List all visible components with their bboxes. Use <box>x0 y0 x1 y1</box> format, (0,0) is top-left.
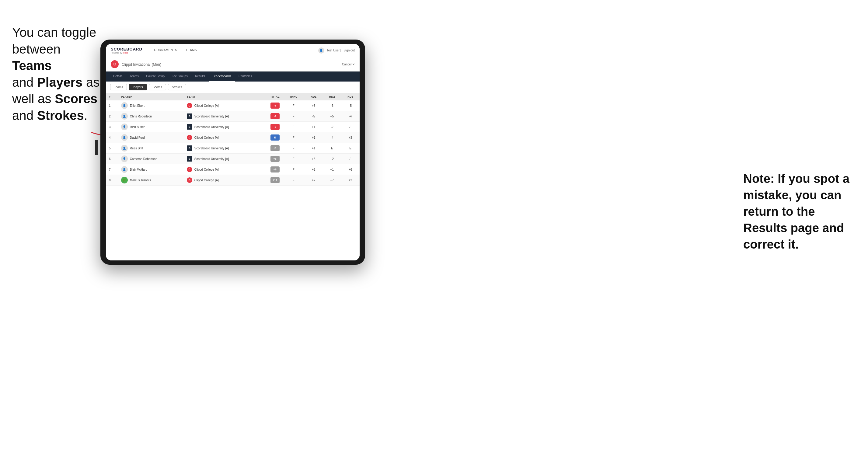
note-label: Note: If you spot a mistake, you can ret… <box>743 172 849 251</box>
toggle-teams-button[interactable]: Teams <box>110 84 127 90</box>
cell-team: CClippd College [A] <box>184 175 258 186</box>
cell-thru: F <box>283 122 305 132</box>
col-rank: # <box>106 93 118 100</box>
player-avatar: 👤 <box>121 155 128 162</box>
player-name: Blair McHarg <box>130 168 148 171</box>
cell-player: 👤Cameron Robertson <box>118 154 184 164</box>
cell-thru: F <box>283 132 305 143</box>
cell-thru: F <box>283 154 305 164</box>
tab-teams[interactable]: Teams <box>126 71 143 82</box>
cell-rd3: +6 <box>341 164 360 175</box>
team-logo: C <box>187 177 192 183</box>
cell-team: SScoreboard University [A] <box>184 154 258 164</box>
player-avatar: 👤 <box>121 134 128 141</box>
cell-rd2: +5 <box>323 111 341 122</box>
cell-rd1: +2 <box>305 175 323 186</box>
user-avatar-icon: 👤 <box>318 48 324 54</box>
toggle-scores-button[interactable]: Scores <box>149 84 166 90</box>
logo-text: SCOREBOARD <box>111 47 143 52</box>
leaderboard-table-container: # PLAYER TEAM TOTAL THRU RD1 RD2 RD3 1👤E… <box>106 93 360 260</box>
cell-thru: F <box>283 143 305 154</box>
right-annotation: Note: If you spot a mistake, you can ret… <box>743 170 859 252</box>
nav-links: TOURNAMENTS TEAMS <box>148 44 318 57</box>
table-row: 3👤Rich ButlerSScoreboard University [A]-… <box>106 122 360 132</box>
player-avatar: 👤 <box>121 113 128 120</box>
cell-rd2: E <box>323 143 341 154</box>
col-thru: THRU <box>283 93 305 100</box>
tournament-gender: (Men) <box>152 62 161 67</box>
nav-tournaments[interactable]: TOURNAMENTS <box>148 44 182 57</box>
cancel-button[interactable]: Cancel ✕ <box>342 63 355 66</box>
tab-leaderboards[interactable]: Leaderboards <box>209 71 235 82</box>
toggle-strokes-button[interactable]: Strokes <box>168 84 186 90</box>
player-avatar: 🌿 <box>121 177 128 183</box>
user-name: Test User | <box>327 49 341 52</box>
player-name: Chris Robertson <box>130 115 152 118</box>
sign-out-link[interactable]: Sign out <box>343 49 355 52</box>
toggle-bar: Teams Players Scores Strokes <box>106 82 360 93</box>
cell-thru: F <box>283 175 305 186</box>
tab-printables[interactable]: Printables <box>235 71 255 82</box>
cell-rank: 8 <box>106 175 118 186</box>
cell-player: 👤Blair McHarg <box>118 164 184 175</box>
scoreboard-logo: SCOREBOARD Powered by clippd <box>111 47 143 54</box>
team-logo: S <box>187 114 192 119</box>
cell-total: +11 <box>258 175 283 186</box>
cell-rank: 4 <box>106 132 118 143</box>
col-total: TOTAL <box>258 93 283 100</box>
cell-team: SScoreboard University [A] <box>184 143 258 154</box>
tab-results[interactable]: Results <box>191 71 209 82</box>
team-name: Clippd College [A] <box>194 179 219 182</box>
tab-course-setup[interactable]: Course Setup <box>143 71 168 82</box>
team-logo: S <box>187 124 192 130</box>
table-row: 2👤Chris RobertsonSScoreboard University … <box>106 111 360 122</box>
cell-rd3: -5 <box>341 100 360 111</box>
tab-tee-groups[interactable]: Tee Groups <box>168 71 191 82</box>
col-rd1: RD1 <box>305 93 323 100</box>
table-row: 1👤Elliot EbertCClippd College [A]-8F+3-6… <box>106 100 360 111</box>
cell-thru: F <box>283 100 305 111</box>
team-name: Scoreboard University [A] <box>194 125 229 129</box>
cell-rd3: +3 <box>341 132 360 143</box>
cell-total: +6 <box>258 154 283 164</box>
table-row: 7👤Blair McHargCClippd College [A]+8F+2+1… <box>106 164 360 175</box>
col-team: TEAM <box>184 93 258 100</box>
cell-rd1: +1 <box>305 132 323 143</box>
cell-team: SScoreboard University [A] <box>184 111 258 122</box>
nav-right: 👤 Test User | Sign out <box>318 48 355 54</box>
tournament-title: Clippd Invitational (Men) <box>122 62 161 67</box>
cell-total: -2 <box>258 122 283 132</box>
table-row: 8🌿Marcus TurnersCClippd College [A]+11F+… <box>106 175 360 186</box>
table-row: 4👤David FordCClippd College [A]EF+1-4+3 <box>106 132 360 143</box>
left-annotation: You can toggle between Teams and Players… <box>12 24 100 124</box>
tournament-logo: C <box>111 60 119 68</box>
cell-total: +8 <box>258 164 283 175</box>
table-body: 1👤Elliot EbertCClippd College [A]-8F+3-6… <box>106 100 360 186</box>
tab-details[interactable]: Details <box>110 71 126 82</box>
team-logo: C <box>187 103 192 108</box>
cell-rd3: E <box>341 143 360 154</box>
table-row: 6👤Cameron RobertsonSScoreboard Universit… <box>106 154 360 164</box>
cell-total: E <box>258 132 283 143</box>
cell-rank: 3 <box>106 122 118 132</box>
player-name: Cameron Robertson <box>130 157 157 161</box>
col-rd2: RD2 <box>323 93 341 100</box>
tablet-screen: SCOREBOARD Powered by clippd TOURNAMENTS… <box>106 44 360 260</box>
player-name: Marcus Turners <box>130 179 151 182</box>
team-logo: S <box>187 146 192 151</box>
nav-teams[interactable]: TEAMS <box>181 44 201 57</box>
sub-nav-tabs: Details Teams Course Setup Tee Groups Re… <box>106 71 360 82</box>
col-rd3: RD3 <box>341 93 360 100</box>
cell-rank: 7 <box>106 164 118 175</box>
cell-player: 🌿Marcus Turners <box>118 175 184 186</box>
table-header: # PLAYER TEAM TOTAL THRU RD1 RD2 RD3 <box>106 93 360 100</box>
cell-total: -8 <box>258 100 283 111</box>
cell-rd3: -4 <box>341 111 360 122</box>
toggle-players-button[interactable]: Players <box>129 84 147 90</box>
logo-subtitle: Powered by clippd <box>111 52 143 54</box>
tournament-name: Clippd Invitational <box>122 62 151 67</box>
cell-rank: 6 <box>106 154 118 164</box>
player-name: Rees Britt <box>130 147 143 150</box>
cell-total: -4 <box>258 111 283 122</box>
leaderboard-table: # PLAYER TEAM TOTAL THRU RD1 RD2 RD3 1👤E… <box>106 93 360 186</box>
